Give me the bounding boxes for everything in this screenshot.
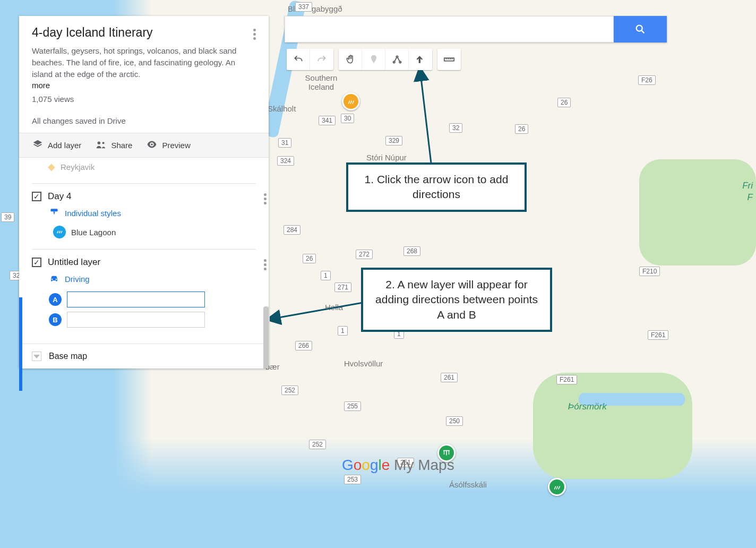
base-map-row[interactable]: Base map (19, 344, 269, 369)
waypoint-b-input[interactable] (67, 312, 205, 328)
style-picker-link[interactable]: Individual styles (32, 202, 256, 222)
place-label: Stóri Núpur (366, 153, 407, 162)
add-layer-label: Add layer (48, 141, 81, 150)
annotation-arrow (270, 297, 365, 329)
waypoint-b-row: B (32, 310, 256, 330)
park-label: F (748, 192, 753, 203)
svg-point-1 (102, 142, 105, 144)
share-button[interactable]: Share (95, 139, 132, 152)
hotspring-marker[interactable] (342, 92, 360, 110)
add-layer-button[interactable]: Add layer (32, 139, 81, 152)
layer-title[interactable]: Day 4 (48, 191, 71, 202)
save-status: All changes saved in Drive (32, 116, 256, 125)
preview-button[interactable]: Preview (146, 139, 190, 152)
road-badge: 26 (303, 254, 316, 263)
layers-list: ◆ Reykjavik ✓ Day 4 Individual styles (19, 158, 269, 369)
share-label: Share (111, 141, 132, 150)
road-badge: 255 (344, 401, 361, 411)
park-label: Fri (742, 181, 753, 191)
polyline-icon (392, 54, 402, 65)
pan-tool-button[interactable] (339, 49, 362, 70)
road-badge: 329 (385, 136, 402, 145)
annotation-callout-1: 1. Click the arrow icon to add direction… (346, 162, 527, 212)
scrollbar-thumb[interactable] (263, 306, 269, 369)
road-badge: 268 (403, 246, 420, 256)
undo-button[interactable] (287, 49, 310, 70)
add-marker-button[interactable] (362, 49, 385, 70)
road-badge: 26 (515, 124, 528, 134)
layer-options-menu[interactable] (262, 191, 269, 207)
list-item[interactable]: ◆ Reykjavik (32, 158, 256, 176)
road-badge: 39 (1, 212, 14, 222)
road-badge: 1 (321, 271, 331, 280)
base-map-label: Base map (49, 352, 87, 361)
undo-icon (293, 54, 304, 65)
hand-icon (345, 54, 356, 65)
layer-untitled-directions: ✓ Untitled layer Driving A B (19, 250, 269, 337)
layer-visibility-checkbox[interactable]: ✓ (32, 258, 41, 267)
place-label: Ásólfsskáli (449, 480, 487, 489)
redo-icon (316, 54, 327, 65)
waypoint-a-badge: A (49, 293, 62, 306)
svg-point-3 (637, 25, 642, 31)
road-badge: 266 (295, 341, 312, 350)
waypoint-a-row: A (32, 289, 256, 310)
road-badge: 271 (334, 282, 351, 292)
road-badge: 341 (319, 116, 336, 125)
draw-line-button[interactable] (385, 49, 409, 70)
hotspring-marker[interactable] (548, 478, 566, 496)
road-badge: 272 (356, 250, 373, 259)
road-badge: 252 (281, 386, 298, 395)
travel-mode-picker[interactable]: Driving (32, 268, 256, 289)
road-badge: 32 (449, 123, 462, 133)
layers-icon (32, 139, 44, 152)
directions-arrow-icon (415, 54, 426, 65)
measure-button[interactable] (437, 49, 461, 70)
hotspring-icon (53, 226, 66, 238)
place-name: Blue Lagoon (71, 228, 116, 237)
map-title[interactable]: 4-day Iceland Itinerary (32, 25, 256, 40)
layer-options-menu[interactable] (262, 257, 269, 272)
waypoint-b-badge: B (49, 313, 62, 326)
road-badge: F261 (556, 375, 577, 384)
marker-icon: ◆ (48, 161, 55, 173)
layer-title[interactable]: Untitled layer (48, 257, 100, 268)
road-badge: F26 (638, 75, 656, 85)
draw-tools-group (339, 49, 432, 70)
chevron-down-icon (32, 352, 41, 361)
svg-line-10 (273, 303, 363, 319)
panel-header: 4-day Iceland Itinerary Waterfalls, geys… (19, 16, 269, 133)
selected-layer-indicator (19, 297, 22, 391)
more-link[interactable]: more (32, 81, 50, 90)
layer-day4: ✓ Day 4 Individual styles Blue Lagoon (19, 184, 269, 249)
annotation-callout-2: 2. A new layer will appear for adding di… (361, 268, 552, 332)
preview-label: Preview (162, 141, 190, 150)
road-badge: 261 (441, 373, 458, 382)
undo-redo-group (287, 49, 333, 70)
road-badge: 253 (344, 475, 361, 484)
search-button[interactable] (614, 16, 667, 42)
svg-point-2 (151, 143, 153, 145)
measure-group (437, 49, 461, 70)
place-label: Southern Iceland (297, 73, 345, 91)
terrain-patch (533, 373, 692, 479)
svg-line-4 (642, 31, 645, 33)
redo-button[interactable] (310, 49, 333, 70)
panel-toolbar: Add layer Share Preview (19, 133, 269, 158)
add-directions-button[interactable] (409, 49, 432, 70)
place-label: Hvolsvöllur (344, 359, 383, 368)
terrain-patch (639, 159, 756, 266)
road-badge: 250 (446, 416, 463, 426)
list-item[interactable]: Blue Lagoon (32, 222, 256, 242)
annotation-text: 1. Click the arrow icon to add direction… (365, 173, 509, 200)
road-badge: 252 (309, 440, 326, 449)
map-toolstrip (287, 49, 461, 70)
waypoint-a-input[interactable] (67, 292, 205, 307)
view-count: 1,075 views (32, 95, 256, 104)
search-input[interactable] (285, 16, 614, 42)
layer-visibility-checkbox[interactable]: ✓ (32, 192, 41, 201)
map-panel: 4-day Iceland Itinerary Waterfalls, geys… (19, 16, 269, 369)
map-options-menu[interactable] (250, 25, 259, 43)
svg-point-0 (98, 142, 101, 145)
park-label: Þórsmörk (568, 401, 607, 412)
